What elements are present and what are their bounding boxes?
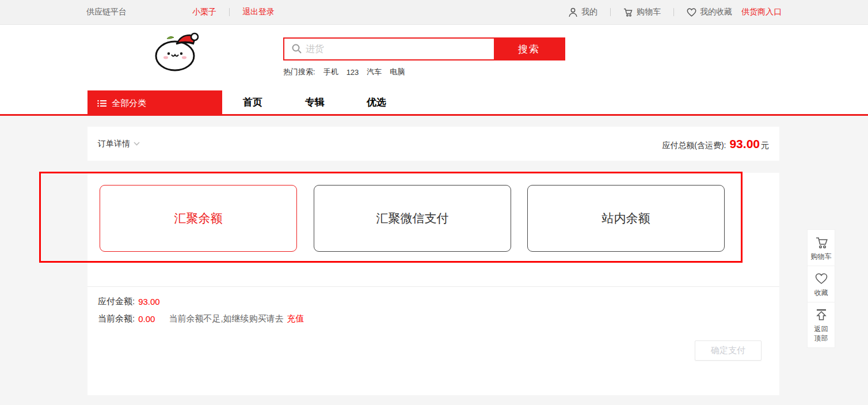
topbar-favorites-label: 我的收藏 [700, 7, 732, 17]
cart-icon [814, 236, 828, 249]
balance-label: 当前余额: [98, 313, 135, 324]
payment-method-huiju-wechat[interactable]: 汇聚微信支付 [314, 185, 511, 252]
all-categories-label: 全部分类 [112, 98, 146, 109]
sidebar-cart-label: 购物车 [811, 252, 832, 261]
floating-sidebar: 购物车 收藏 返回顶部 [807, 229, 835, 348]
hot-search-label: 热门搜索: [283, 67, 315, 77]
search-icon [291, 43, 302, 54]
balance-row: 当前余额: 0.00 当前余额不足,如继续购买请去充值 [98, 313, 304, 324]
heart-icon [814, 272, 828, 286]
order-total-label: 应付总额(含运费): [662, 141, 726, 151]
search-input[interactable] [306, 39, 494, 59]
recharge-link[interactable]: 充值 [287, 313, 304, 324]
payable-label: 应付金额: [98, 296, 135, 307]
back-to-top-label: 返回顶部 [814, 324, 828, 343]
topbar-cart-link[interactable]: 购物车 [623, 7, 661, 17]
search-box: 搜索 [283, 37, 565, 60]
site-header: 搜索 热门搜索: 手机 123 汽车 电脑 [0, 25, 868, 90]
back-to-top-icon [814, 308, 828, 322]
hot-keyword[interactable]: 手机 [323, 67, 338, 77]
main-nav: 全部分类 首页 专辑 优选 [0, 90, 868, 116]
nav-item-home[interactable]: 首页 [243, 90, 262, 114]
order-details-toggle[interactable]: 订单详情 [98, 139, 140, 149]
order-total-amount: 93.00 [729, 137, 760, 151]
order-details-label: 订单详情 [98, 139, 130, 149]
topbar-cart-label: 购物车 [637, 7, 661, 17]
topbar-favorites-link[interactable]: 我的收藏 [687, 7, 732, 17]
logout-link[interactable]: 退出登录 [242, 7, 275, 17]
nav-item-featured[interactable]: 优选 [367, 90, 386, 114]
supplier-entry-link[interactable]: 供货商入口 [741, 7, 782, 17]
order-total: 应付总额(含运费): 93.00 元 [662, 137, 769, 151]
payment-methods: 汇聚余额 汇聚微信支付 站内余额 [87, 173, 779, 286]
topbar-username[interactable]: 小栗子 [192, 7, 216, 17]
heart-icon [687, 7, 696, 17]
payable-amount: 93.00 [138, 297, 160, 306]
back-to-top-button[interactable]: 返回顶部 [808, 302, 835, 347]
divider [673, 8, 674, 16]
hot-keyword[interactable]: 123 [347, 68, 359, 77]
site-logo[interactable] [145, 29, 208, 74]
hot-keyword[interactable]: 电脑 [390, 67, 405, 77]
order-total-unit: 元 [761, 141, 769, 151]
payment-card: 汇聚余额 汇聚微信支付 站内余额 应付金额: 93.00 当前余额: 0.00 … [87, 173, 779, 395]
payment-method-site-balance[interactable]: 站内余额 [527, 185, 725, 252]
list-menu-icon [97, 100, 106, 107]
topbar-my-label: 我的 [581, 7, 597, 17]
sidebar-cart-button[interactable]: 购物车 [808, 230, 835, 266]
user-icon [568, 7, 578, 17]
topbar-my-link[interactable]: 我的 [568, 7, 597, 17]
divider [229, 8, 230, 16]
balance-amount: 0.00 [138, 314, 155, 324]
payment-method-huiju-balance[interactable]: 汇聚余额 [100, 185, 297, 252]
order-summary-bar: 订单详情 应付总额(含运费): 93.00 元 [87, 127, 779, 161]
divider [610, 8, 611, 16]
sidebar-favorite-button[interactable]: 收藏 [808, 266, 835, 302]
confirm-pay-button[interactable]: 确定支付 [695, 340, 762, 361]
hot-keyword[interactable]: 汽车 [367, 67, 382, 77]
sidebar-favorite-label: 收藏 [814, 288, 828, 297]
nav-item-albums[interactable]: 专辑 [305, 90, 325, 114]
chevron-down-icon [134, 142, 140, 146]
divider [87, 286, 779, 287]
page-content: 订单详情 应付总额(含运费): 93.00 元 汇聚余额 汇聚微信支付 站内余额… [0, 116, 868, 405]
insufficient-balance-text: 当前余额不足,如继续购买请去 [169, 313, 283, 324]
payable-amount-row: 应付金额: 93.00 [98, 296, 160, 307]
cart-icon [623, 7, 633, 17]
topbar: 供应链平台 小栗子 退出登录 我的 购物车 我的收藏 供货商入口 [0, 0, 868, 25]
topbar-platform-link[interactable]: 供应链平台 [86, 7, 127, 17]
search-button[interactable]: 搜索 [494, 39, 564, 59]
all-categories-button[interactable]: 全部分类 [87, 90, 222, 116]
